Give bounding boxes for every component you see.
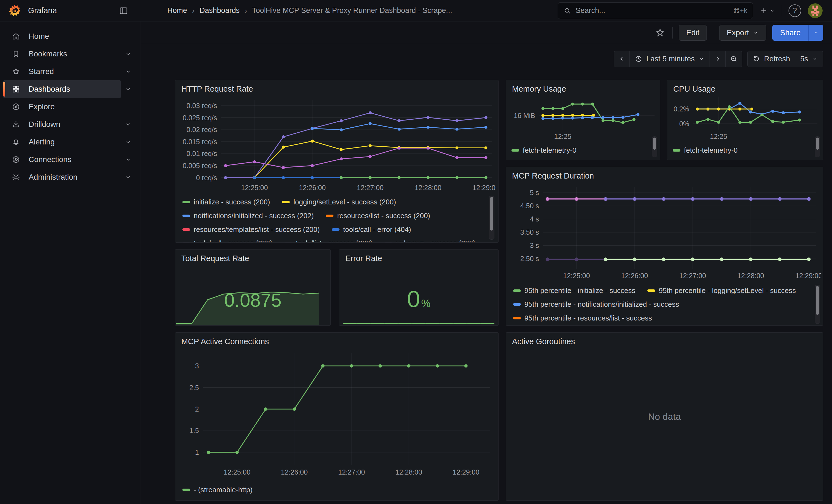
legend-scrollbar-thumb[interactable] xyxy=(490,197,493,231)
mcp-active-connections-chart[interactable]: 12:25:0012:26:0012:27:0012:28:0012:29:00… xyxy=(178,348,496,479)
svg-text:2: 2 xyxy=(195,405,199,413)
breadcrumb-dashboards[interactable]: Dashboards xyxy=(200,6,240,15)
chevron-down-icon[interactable] xyxy=(121,68,136,75)
sidebar-item-alerting[interactable]: Alerting xyxy=(3,133,121,151)
panel-title[interactable]: Error Rate xyxy=(339,249,498,263)
sidebar-row-explore: Explore xyxy=(0,98,140,115)
legend-item[interactable]: tools/list - success (200) xyxy=(285,239,372,243)
breadcrumb-home[interactable]: Home xyxy=(167,6,187,15)
refresh-interval-picker[interactable]: 5s xyxy=(795,51,823,67)
legend-item[interactable]: notifications/initialized - success (202… xyxy=(182,212,314,220)
legend-label: tools/call - success (200) xyxy=(194,239,272,243)
chevron-down-icon[interactable] xyxy=(121,156,136,163)
sidebar-row-drilldown: Drilldown xyxy=(0,115,140,133)
sidebar-item-explore[interactable]: Explore xyxy=(3,98,136,115)
share-options-button[interactable] xyxy=(808,25,823,41)
search-placeholder: Search... xyxy=(576,6,729,15)
stat-sparkline xyxy=(343,320,494,324)
sidebar-item-label: Starred xyxy=(29,67,54,76)
legend-item[interactable]: tools/call - error (404) xyxy=(332,225,411,234)
sidebar-item-bookmarks[interactable]: Bookmarks xyxy=(3,45,121,63)
legend-row: fetch-telemetry-0 xyxy=(512,146,652,154)
chevron-down-icon[interactable] xyxy=(121,50,136,58)
svg-text:1: 1 xyxy=(195,448,199,456)
panel-title[interactable]: HTTP Request Rate xyxy=(175,80,498,94)
panel-title[interactable]: Total Request Rate xyxy=(175,249,331,263)
legend-row: fetch-telemetry-0 xyxy=(673,146,815,154)
legend-scrollbar-thumb[interactable] xyxy=(816,137,819,150)
grafana-logo-icon[interactable] xyxy=(8,4,21,17)
mcp-request-duration-chart[interactable]: 12:25:0012:26:0012:27:0012:28:0012:29:00… xyxy=(508,182,821,282)
chevron-down-icon[interactable] xyxy=(121,173,136,181)
panel-title[interactable]: Memory Usage xyxy=(506,80,660,94)
edit-button[interactable]: Edit xyxy=(679,25,707,41)
time-controls: Last 5 minutes xyxy=(614,51,823,67)
sidebar-row-administration: Administration xyxy=(0,168,140,186)
memory-usage-chart[interactable]: 12:2516 MiB xyxy=(508,92,658,141)
zoom-out-button[interactable] xyxy=(725,51,742,67)
legend-swatch xyxy=(513,317,521,319)
svg-text:3 s: 3 s xyxy=(530,242,539,249)
brand-name: Grafana xyxy=(28,6,117,15)
legend-item[interactable]: resources/list - success (200) xyxy=(326,212,430,220)
legend-swatch xyxy=(285,242,292,243)
sidebar-item-administration[interactable]: Administration xyxy=(3,168,121,186)
search-shortcut: ⌘+k xyxy=(733,7,747,15)
svg-text:0%: 0% xyxy=(679,120,689,128)
panel-title[interactable]: MCP Request Duration xyxy=(506,167,823,181)
user-avatar[interactable] xyxy=(808,3,823,18)
add-new-button[interactable] xyxy=(758,5,776,16)
chevron-down-icon xyxy=(770,8,775,14)
time-range-picker[interactable]: Last 5 minutes xyxy=(629,51,709,67)
legend-item[interactable]: - (streamable-http) xyxy=(182,485,253,494)
legend-scrollbar-thumb[interactable] xyxy=(653,137,656,150)
sidebar-item-drilldown[interactable]: Drilldown xyxy=(3,115,121,133)
legend-swatch xyxy=(182,201,190,203)
time-shift-forward-button[interactable] xyxy=(709,51,725,67)
sidebar-item-starred[interactable]: Starred xyxy=(3,63,121,80)
legend-item[interactable]: 95th percentile - logging/setLevel - suc… xyxy=(647,286,796,295)
chevron-down-icon[interactable] xyxy=(121,121,136,128)
sidebar-row-bookmarks: Bookmarks xyxy=(0,45,140,63)
legend-scrollbar-thumb[interactable] xyxy=(816,286,819,315)
sidebar-row-home: Home xyxy=(0,27,140,45)
time-shift-back-button[interactable] xyxy=(614,51,629,67)
legend-item[interactable]: unknown - success (200) xyxy=(385,239,475,243)
legend-item[interactable]: fetch-telemetry-0 xyxy=(512,146,576,154)
legend-item[interactable]: tools/call - success (200) xyxy=(182,239,272,243)
legend-swatch xyxy=(513,289,521,292)
legend-item[interactable]: 95th percentile - initialize - success xyxy=(513,286,635,295)
svg-text:1.5: 1.5 xyxy=(189,427,199,434)
export-button[interactable]: Export xyxy=(719,25,766,41)
http-request-rate-chart[interactable]: 12:25:0012:26:0012:27:0012:28:0012:29:00… xyxy=(178,96,496,193)
legend-label: 95th percentile - logging/setLevel - suc… xyxy=(659,286,796,295)
favorite-star-button[interactable] xyxy=(654,26,666,39)
legend-item[interactable]: 95th percentile - notifications/initiali… xyxy=(513,300,679,309)
chevron-down-icon[interactable] xyxy=(121,85,136,93)
plug-icon xyxy=(3,155,29,164)
sidebar-item-connections[interactable]: Connections xyxy=(3,151,121,168)
refresh-button[interactable]: Refresh xyxy=(748,51,795,67)
share-button[interactable]: Share xyxy=(772,25,808,41)
sidebar-item-label: Bookmarks xyxy=(29,50,67,58)
legend-item[interactable]: logging/setLevel - success (200) xyxy=(282,198,396,206)
panel-title[interactable]: CPU Usage xyxy=(667,80,823,94)
stat-value: 0% xyxy=(339,287,498,311)
legend-item[interactable]: fetch-telemetry-0 xyxy=(673,146,738,154)
legend-item[interactable]: 95th percentile - resources/list - succe… xyxy=(513,314,652,322)
legend-item[interactable]: resources/templates/list - success (200) xyxy=(182,225,320,234)
sidebar-item-home[interactable]: Home xyxy=(3,27,136,45)
cpu-usage-chart[interactable]: 12:250.2%0% xyxy=(669,92,821,141)
legend-row: resources/templates/list - success (200)… xyxy=(182,225,490,234)
legend-row: notifications/initialized - success (202… xyxy=(182,212,490,220)
sidebar-item-dashboards[interactable]: Dashboards xyxy=(3,80,121,98)
panel-title[interactable]: MCP Active Connections xyxy=(175,333,498,346)
refresh-icon xyxy=(753,55,760,63)
help-button[interactable]: ? xyxy=(787,3,802,18)
panel-mcp-active-connections: MCP Active Connections 12:25:0012:26:001… xyxy=(175,332,498,501)
legend-scrollbar xyxy=(815,285,820,324)
legend-item[interactable]: initialize - success (200) xyxy=(182,198,270,206)
chevron-down-icon[interactable] xyxy=(121,138,136,146)
sidebar-toggle-button[interactable] xyxy=(117,4,130,17)
search-input[interactable]: Search... ⌘+k xyxy=(558,2,753,19)
